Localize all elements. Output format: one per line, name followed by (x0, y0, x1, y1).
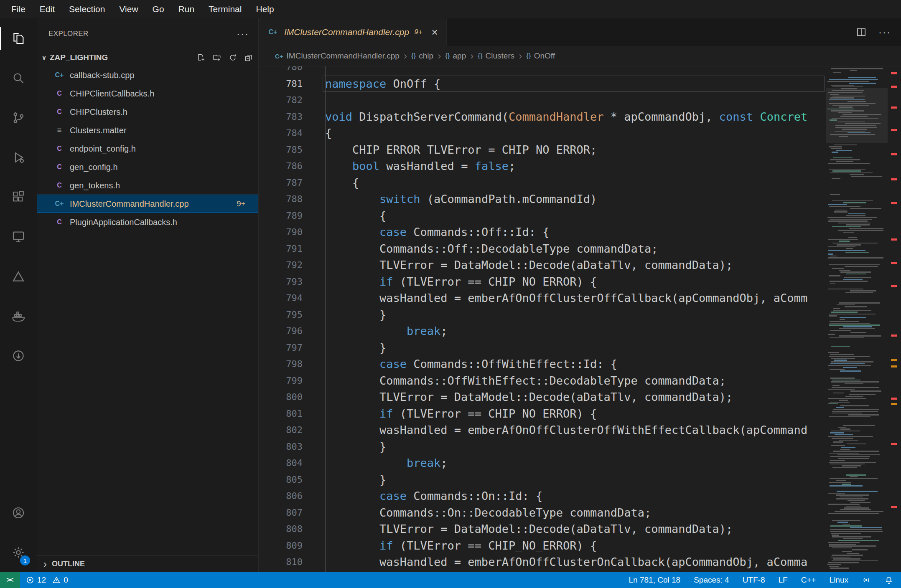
indentation-setting[interactable]: Spaces: 4 (694, 575, 729, 585)
code-line-790[interactable]: 790 case Commands::Off::Id: { (259, 224, 826, 241)
menu-edit[interactable]: Edit (33, 0, 62, 18)
code-line-796[interactable]: 796 break; (259, 323, 826, 340)
cursor-position[interactable]: Ln 781, Col 18 (629, 575, 681, 585)
h-file-icon: C (54, 90, 65, 97)
remote-explorer-icon[interactable] (0, 217, 37, 256)
code-line-787[interactable]: 787 { (259, 175, 826, 191)
sidebar-title: EXPLORER (48, 30, 89, 38)
activity-bar: 1 (0, 18, 37, 572)
file-Clusters.matter[interactable]: ≡Clusters.matter (37, 121, 258, 139)
file-callback-stub.cpp[interactable]: C+callback-stub.cpp (37, 66, 258, 84)
problems-status[interactable]: 12 0 (26, 575, 68, 585)
file-gen_config.h[interactable]: Cgen_config.h (37, 158, 258, 176)
code-line-808[interactable]: 808 TLVError = DataModel::Decode(aDataTl… (259, 521, 826, 537)
menu-go[interactable]: Go (145, 0, 171, 18)
code-line-782[interactable]: 782 (259, 92, 826, 109)
search-icon[interactable] (0, 58, 37, 98)
code-line-798[interactable]: 798 case Commands::OffWithEffect::Id: { (259, 356, 826, 373)
code-line-792[interactable]: 792 TLVError = DataModel::Decode(aDataTl… (259, 257, 826, 274)
code-line-804[interactable]: 804 break; (259, 455, 826, 471)
code-line-791[interactable]: 791 Commands::Off::DecodableType command… (259, 241, 826, 257)
tab-imclustercommandhandler[interactable]: C+ IMClusterCommandHandler.cpp 9+ × (259, 18, 447, 46)
line-text: { (303, 127, 332, 139)
folder-section-header[interactable]: ∨ ZAP_LIGHTING (37, 49, 258, 66)
file-endpoint_config.h[interactable]: Cendpoint_config.h (37, 139, 258, 158)
warning-mark (891, 403, 897, 405)
cpp-file-icon: C+ (54, 200, 65, 208)
error-mark (891, 238, 897, 241)
code-line-797[interactable]: 797 } (259, 340, 826, 356)
code-line-807[interactable]: 807 Commands::On::DecodableType commandD… (259, 504, 826, 521)
explorer-icon[interactable] (0, 18, 37, 58)
breadcrumb-onoff[interactable]: {}OnOff (526, 51, 555, 61)
split-editor-icon[interactable] (856, 27, 867, 38)
code-line-799[interactable]: 799 Commands::OffWithEffect::DecodableTy… (259, 373, 826, 389)
refresh-icon[interactable] (228, 53, 237, 62)
code-line-805[interactable]: 805 } (259, 471, 826, 488)
settings-gear-icon[interactable]: 1 (0, 532, 37, 572)
docker-icon[interactable] (0, 296, 37, 336)
code-line-783[interactable]: 783void DispatchServerCommand(CommandHan… (259, 109, 826, 125)
code-line-801[interactable]: 801 if (TLVError == CHIP_NO_ERROR) { (259, 406, 826, 422)
error-mark (891, 153, 897, 155)
file-CHIPClusters.h[interactable]: CCHIPClusters.h (37, 103, 258, 121)
account-icon[interactable] (0, 493, 37, 532)
code-line-785[interactable]: 785 CHIP_ERROR TLVError = CHIP_NO_ERROR; (259, 142, 826, 158)
outline-section[interactable]: › OUTLINE (37, 555, 258, 572)
close-icon[interactable]: × (432, 27, 438, 38)
remote-indicator[interactable]: >< (0, 572, 20, 588)
minimap-viewport[interactable] (826, 88, 888, 143)
code-line-809[interactable]: 809 if (TLVError == CHIP_NO_ERROR) { (259, 537, 826, 554)
bell-icon[interactable] (884, 575, 893, 585)
code-line-788[interactable]: 788 switch (aCommandPath.mCommandId) (259, 191, 826, 208)
file-PluginApplicationCallbacks.h[interactable]: CPluginApplicationCallbacks.h (37, 213, 258, 231)
remote-os[interactable]: Linux (830, 575, 848, 585)
minimap[interactable] (826, 66, 888, 572)
eol-setting[interactable]: LF (778, 575, 787, 585)
code-editor[interactable]: 780781namespace OnOff {782783void Dispat… (259, 66, 826, 572)
code-line-780[interactable]: 780 (259, 66, 826, 76)
language-mode[interactable]: C++ (801, 575, 816, 585)
menu-view[interactable]: View (112, 0, 145, 18)
breadcrumb-clusters[interactable]: {}Clusters (478, 51, 514, 61)
code-line-781[interactable]: 781namespace OnOff { (259, 76, 826, 92)
breadcrumb-imclustercommandhandler.cpp[interactable]: C+IMClusterCommandHandler.cpp (275, 51, 400, 61)
menu-file[interactable]: File (4, 0, 33, 18)
breadcrumb-chip[interactable]: {}chip (411, 51, 433, 61)
file-gen_tokens.h[interactable]: Cgen_tokens.h (37, 176, 258, 195)
breadcrumb-app[interactable]: {}app (445, 51, 466, 61)
line-number: 791 (259, 243, 303, 254)
menu-run[interactable]: Run (171, 0, 202, 18)
code-line-802[interactable]: 802 wasHandled = emberAfOnOffClusterOffW… (259, 422, 826, 438)
overview-ruler[interactable] (888, 66, 901, 572)
code-line-806[interactable]: 806 case Commands::On::Id: { (259, 488, 826, 504)
error-mark (891, 285, 897, 287)
collapse-folders-icon[interactable] (244, 53, 253, 62)
menu-terminal[interactable]: Terminal (201, 0, 249, 18)
menu-selection[interactable]: Selection (62, 0, 112, 18)
menu-help[interactable]: Help (249, 0, 281, 18)
code-line-786[interactable]: 786 bool wasHandled = false; (259, 158, 826, 175)
code-line-793[interactable]: 793 if (TLVError == CHIP_NO_ERROR) { (259, 274, 826, 290)
editor-more-icon[interactable]: ··· (878, 30, 891, 34)
code-line-810[interactable]: 810 wasHandled = emberAfOnOffClusterOnCa… (259, 554, 826, 570)
code-line-789[interactable]: 789 { (259, 208, 826, 224)
code-line-784[interactable]: 784{ (259, 125, 826, 142)
triangle-icon[interactable] (0, 256, 37, 296)
run-debug-icon[interactable] (0, 137, 37, 177)
extensions-icon[interactable] (0, 177, 37, 217)
explorer-more-icon[interactable]: ··· (237, 32, 249, 36)
new-folder-icon[interactable] (212, 53, 221, 62)
file-IMClusterCommandHandler.cpp[interactable]: C+IMClusterCommandHandler.cpp9+ (37, 195, 258, 213)
new-file-icon[interactable] (196, 53, 206, 62)
code-line-794[interactable]: 794 wasHandled = emberAfOnOffClusterOffC… (259, 290, 826, 307)
code-line-803[interactable]: 803 } (259, 438, 826, 455)
code-line-800[interactable]: 800 TLVError = DataModel::Decode(aDataTl… (259, 389, 826, 406)
encoding-setting[interactable]: UTF-8 (743, 575, 765, 585)
broadcast-icon[interactable] (862, 575, 871, 585)
source-control-icon[interactable] (0, 98, 37, 137)
circle-arrow-icon[interactable] (0, 336, 37, 375)
line-text: } (303, 473, 386, 486)
file-CHIPClientCallbacks.h[interactable]: CCHIPClientCallbacks.h (37, 84, 258, 103)
code-line-795[interactable]: 795 } (259, 307, 826, 323)
